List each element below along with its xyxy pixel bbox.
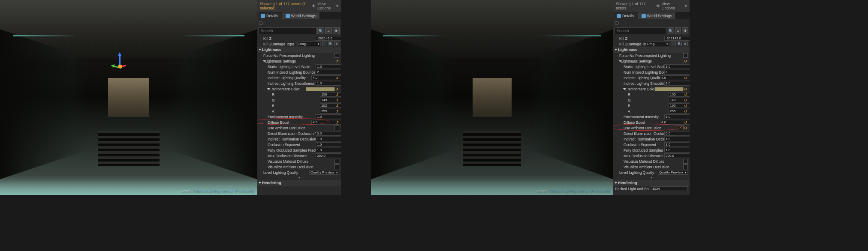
reset-icon[interactable]: ↺: [684, 109, 688, 114]
env-color-label: Environment Color: [625, 87, 654, 91]
level-label: Level: OutdoorLightingAttempt (Persisten…: [181, 189, 254, 193]
env-intensity-input[interactable]: [664, 114, 690, 119]
view-options-button[interactable]: 👁View Options▾: [312, 2, 338, 10]
direct-ao-input[interactable]: [664, 131, 690, 136]
color-swatch[interactable]: [654, 87, 684, 91]
indirect-smooth-input[interactable]: [664, 81, 690, 86]
eye-toggle-icon[interactable]: 👁: [333, 27, 340, 34]
env-intensity-input[interactable]: [316, 114, 341, 119]
reset-icon[interactable]: ↺: [335, 87, 339, 91]
force-no-precomp-checkbox[interactable]: [335, 53, 339, 58]
tab-world-settings[interactable]: World Settings: [282, 12, 320, 19]
static-scale-input[interactable]: [316, 64, 341, 69]
reset-icon[interactable]: ↺: [335, 109, 339, 114]
gizmo-origin[interactable]: [118, 65, 122, 68]
eye-toggle-icon[interactable]: 👁: [682, 27, 688, 34]
reset-icon[interactable]: ↺: [335, 59, 339, 63]
search-input[interactable]: [259, 27, 316, 34]
vis-mat-diff-checkbox[interactable]: [683, 159, 688, 164]
fully-occ-input[interactable]: [316, 148, 341, 152]
reset-icon[interactable]: ↺: [684, 87, 688, 91]
direct-ao-input[interactable]: [316, 131, 341, 136]
level-quality-dropdown[interactable]: Quality Preview: [658, 170, 688, 175]
lock-icon[interactable]: ◯: [259, 21, 263, 25]
reset-icon[interactable]: ↺: [684, 126, 688, 130]
viewport-left[interactable]: Level: OutdoorLightingAttempt (Persisten…: [0, 0, 257, 195]
max-occ-input[interactable]: [316, 153, 341, 158]
max-occ-input[interactable]: [664, 153, 690, 158]
reset-icon[interactable]: ↺: [684, 104, 688, 108]
level-link[interactable]: OutdoorLightingAttempt (Persistent): [192, 189, 254, 193]
kill-zdamage-dropdown[interactable]: Dmg...: [297, 42, 321, 46]
use-ao-checkbox[interactable]: [679, 126, 684, 130]
filter-icon[interactable]: ≡: [325, 27, 332, 34]
reset-icon[interactable]: ↺: [335, 120, 339, 125]
search-input[interactable]: [615, 27, 667, 34]
search-icon[interactable]: 🔍: [668, 27, 674, 34]
reset-icon[interactable]: ↺: [684, 98, 688, 102]
browse-icon[interactable]: ←: [322, 42, 327, 46]
vis-mat-diff-checkbox[interactable]: [335, 159, 339, 164]
viewport-right[interactable]: Level: OutdoorLightingAttempt (Persisten…: [371, 0, 613, 195]
level-link[interactable]: OutdoorLightingAttempt (Persistent): [548, 189, 610, 193]
rendering-section[interactable]: Rendering: [613, 180, 690, 186]
indirect-smooth-label: Indirect Lighting Smoothness: [624, 81, 664, 86]
panel-tabs: Details World Settings: [613, 12, 690, 19]
level-quality-dropdown[interactable]: Quality Preview: [309, 170, 339, 175]
expand-section-icon[interactable]: ▾: [613, 175, 690, 180]
clear-icon[interactable]: ✕: [334, 42, 339, 46]
find-icon[interactable]: 🔍: [677, 42, 682, 46]
transform-gizmo[interactable]: [109, 51, 131, 73]
vis-ao-checkbox[interactable]: [683, 164, 688, 169]
tab-details[interactable]: Details: [613, 12, 638, 19]
reset-icon[interactable]: ↺: [335, 98, 339, 102]
packed-light-input[interactable]: [651, 186, 688, 191]
num-bounces-input[interactable]: [316, 70, 341, 75]
force-no-precomp-checkbox[interactable]: [683, 53, 688, 58]
indirect-ao-input[interactable]: [316, 137, 341, 141]
tab-world-settings[interactable]: World Settings: [638, 12, 676, 19]
static-scale-input[interactable]: [664, 64, 690, 69]
use-ao-checkbox[interactable]: [335, 126, 339, 130]
tab-details[interactable]: Details: [257, 12, 282, 19]
vis-ao-checkbox[interactable]: [335, 164, 339, 169]
occ-exp-input[interactable]: [664, 142, 690, 147]
occ-exp-input[interactable]: [316, 142, 341, 147]
indirect-smooth-input[interactable]: [316, 81, 341, 86]
rendering-section[interactable]: Rendering: [257, 180, 341, 186]
browse-icon[interactable]: ←: [671, 42, 676, 46]
reset-icon[interactable]: ↺: [335, 93, 339, 97]
use-ao-label: Use Ambient Occlusion: [624, 126, 679, 130]
lightmass-section[interactable]: Lightmass: [613, 47, 690, 53]
reset-icon[interactable]: ↺: [335, 76, 339, 80]
world-icon: [286, 14, 290, 18]
clear-icon[interactable]: ✕: [683, 42, 688, 46]
kill-z-input[interactable]: [316, 36, 341, 41]
num-bounces-input[interactable]: [664, 70, 690, 75]
world-icon: [642, 14, 646, 18]
lightmass-section[interactable]: Lightmass: [257, 47, 341, 53]
status-bar: Showing 1 of 177 actors 👁View Options▾: [613, 0, 690, 12]
expand-icon[interactable]: [267, 88, 270, 90]
reset-icon[interactable]: ↺: [684, 120, 688, 125]
search-icon[interactable]: 🔍: [317, 27, 324, 34]
corridor-scene: [371, 0, 613, 195]
kill-zdamage-label: Kill ZDamage Type: [263, 42, 297, 46]
filter-icon[interactable]: ≡: [675, 27, 681, 34]
kill-zdamage-dropdown[interactable]: Dmg...: [646, 42, 669, 46]
expand-icon[interactable]: [623, 88, 626, 90]
expand-icon[interactable]: [263, 60, 265, 62]
view-options-button[interactable]: 👁View Options▾: [656, 2, 687, 10]
color-swatch[interactable]: [306, 87, 335, 91]
indirect-ao-input[interactable]: [664, 137, 690, 141]
kill-z-input[interactable]: [664, 36, 690, 41]
reset-icon[interactable]: ↺: [684, 93, 688, 97]
lock-icon[interactable]: ◯: [615, 21, 619, 25]
find-icon[interactable]: 🔍: [328, 42, 333, 46]
expand-icon[interactable]: [619, 60, 621, 62]
fully-occ-input[interactable]: [664, 148, 690, 152]
reset-icon[interactable]: ↺: [684, 76, 688, 80]
reset-icon[interactable]: ↺: [684, 59, 688, 63]
expand-section-icon[interactable]: ▾: [257, 175, 341, 180]
reset-icon[interactable]: ↺: [335, 104, 339, 108]
